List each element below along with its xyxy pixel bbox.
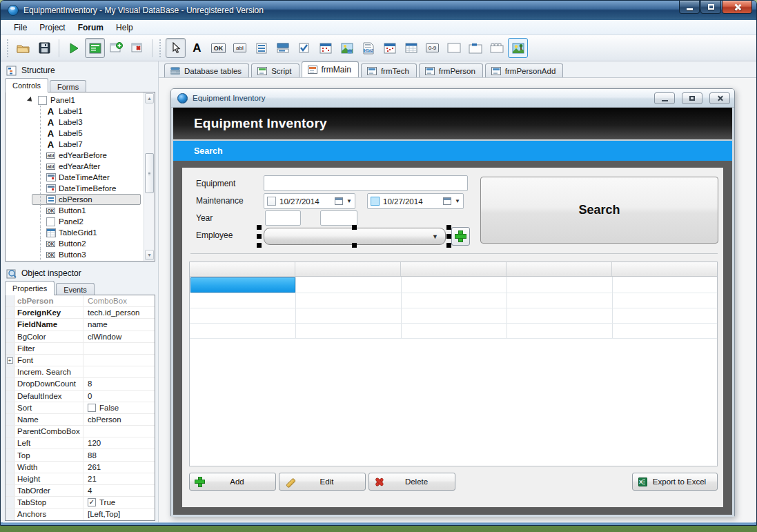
selection-handle[interactable] (446, 225, 451, 230)
export-to-excel-button[interactable]: Export to Excel (632, 473, 718, 491)
tree-item-datetimeafter[interactable]: DateTimeAfter (7, 172, 142, 183)
property-row[interactable]: Height 21 (6, 473, 155, 485)
tree-item-edyearafter[interactable]: abI edYearAfter (7, 161, 142, 172)
search-button[interactable]: Search (480, 177, 718, 244)
table-tool-button[interactable] (401, 38, 421, 58)
selection-handle[interactable] (257, 234, 262, 239)
tree-item-panel2[interactable]: Panel2 (7, 216, 142, 227)
menu-project[interactable]: Project (33, 21, 71, 35)
selection-handle[interactable] (446, 234, 451, 239)
selection-handle[interactable] (352, 225, 357, 230)
results-table-grid[interactable] (189, 262, 718, 466)
grid-header-row[interactable] (190, 262, 717, 277)
grid-header-cell[interactable] (190, 262, 295, 276)
year-before-input[interactable] (265, 210, 301, 226)
tree-item-button3[interactable]: OK Button3 (7, 249, 142, 260)
image-tool-button[interactable] (508, 38, 528, 58)
scroll-up-icon[interactable]: ▲ (145, 93, 154, 104)
property-row[interactable]: BgColor clWindow (6, 331, 155, 343)
property-row[interactable]: ParentComboBox (6, 426, 155, 437)
delete-button[interactable]: Delete (368, 473, 455, 491)
tab-frmtech[interactable]: frmTech (361, 63, 417, 77)
captionpanel-tool-button[interactable] (465, 38, 485, 58)
property-row[interactable]: DefaultIndex 0 (6, 391, 155, 402)
tab-database-tables[interactable]: Database tables (164, 63, 249, 77)
close-button[interactable] (722, 1, 752, 14)
tree-item-datetimebefore[interactable]: DateTimeBefore (7, 183, 142, 194)
calendar-tool-button[interactable] (380, 38, 400, 58)
tab-forms[interactable]: Forms (50, 80, 86, 92)
listbox-tool-button[interactable] (251, 38, 271, 58)
menu-forum[interactable]: Forum (72, 21, 110, 35)
grid-header-cell[interactable] (612, 262, 717, 276)
dbgrid-tool-button[interactable] (315, 38, 335, 58)
menu-help[interactable]: Help (110, 21, 139, 35)
grid-header-cell[interactable] (295, 262, 401, 276)
titlebar[interactable]: EquipmentInventory - My Visual DataBase … (1, 1, 756, 20)
grid-selected-cell[interactable] (190, 277, 295, 293)
tree-item-tablegrid1[interactable]: TableGrid1 (7, 227, 142, 238)
form-minimize-button[interactable] (654, 92, 675, 104)
select-tool-button[interactable] (166, 38, 186, 58)
add-employee-button[interactable] (451, 227, 470, 246)
property-row[interactable]: cbPerson ComboBox (6, 295, 155, 307)
year-after-input[interactable] (320, 210, 357, 226)
dbimage-tool-button[interactable] (337, 38, 357, 58)
menu-file[interactable]: File (8, 21, 33, 35)
new-form-button[interactable] (106, 38, 126, 58)
add-button[interactable]: Add (189, 473, 276, 491)
property-row[interactable]: Left 120 (6, 437, 155, 449)
delete-form-button[interactable] (128, 38, 148, 58)
tree-item-label3[interactable]: A Label3 (7, 117, 142, 128)
grid-header-cell[interactable] (401, 262, 507, 276)
selection-handle[interactable] (446, 243, 451, 248)
property-row-tabstop[interactable]: TabStop ✓True (6, 497, 155, 509)
save-button[interactable] (35, 38, 55, 58)
counter-tool-button[interactable]: 0-9 (422, 38, 442, 58)
tree-item-button1[interactable]: OK Button1 (7, 205, 142, 216)
expand-arrow-icon[interactable] (27, 97, 34, 104)
pagecontrol-tool-button[interactable] (486, 38, 507, 58)
form-close-button[interactable] (709, 92, 730, 104)
tree-item-label1[interactable]: A Label1 (7, 106, 142, 117)
date-picker-to[interactable]: 10/27/2014 ▼ (367, 193, 464, 209)
run-button[interactable] (63, 38, 83, 58)
dropdown-arrow-icon[interactable]: ▼ (455, 198, 460, 204)
label-tool-button[interactable]: A (187, 38, 207, 58)
scroll-down-icon[interactable]: ▼ (145, 250, 154, 260)
property-row[interactable]: Top 88 (6, 449, 155, 461)
button-tool-button[interactable]: OK (208, 38, 228, 58)
maximize-button[interactable] (700, 1, 721, 14)
selection-handle[interactable] (257, 225, 262, 230)
expand-plus-icon[interactable]: + (7, 357, 13, 364)
dropdown-arrow-icon[interactable]: ▼ (346, 198, 352, 204)
property-row[interactable]: Filter (6, 343, 155, 355)
tree-item-label5[interactable]: A Label5 (7, 128, 142, 139)
panel-tool-button[interactable] (444, 38, 464, 58)
property-row-sort[interactable]: Sort False (6, 402, 155, 414)
property-row[interactable]: DropDownCount 8 (6, 378, 155, 390)
tree-item-cbperson[interactable]: cbPerson (7, 194, 142, 205)
property-row[interactable]: Increm. Search (6, 366, 155, 378)
form-maximize-button[interactable] (682, 92, 702, 104)
date-picker-from[interactable]: 10/27/2014 ▼ (264, 193, 355, 209)
tree-scrollbar[interactable]: ▲ ▼ (144, 92, 155, 261)
tree-item-panel1[interactable]: Panel1 (7, 95, 142, 106)
scrollbar-thumb[interactable] (145, 153, 154, 193)
date-checkbox-unchecked[interactable] (267, 197, 276, 206)
grid-header-cell[interactable] (507, 262, 612, 276)
property-row[interactable]: FieldName name (6, 319, 155, 331)
open-project-button[interactable] (13, 38, 33, 58)
date-checkbox-checked[interactable] (371, 197, 380, 206)
designed-form-window[interactable]: Equipment Inventory Equipment Inventory … (170, 88, 735, 517)
edit-button[interactable]: Edit (279, 473, 366, 491)
tree-item-label7[interactable]: A Label7 (7, 139, 142, 150)
tab-script[interactable]: Script (251, 63, 299, 77)
property-row[interactable]: + Font (6, 355, 155, 366)
checkbox-tool-button[interactable] (294, 38, 314, 58)
property-row[interactable]: Name cbPerson (6, 414, 155, 426)
tree-item-button2[interactable]: OK Button2 (7, 238, 142, 249)
tab-controls[interactable]: Controls (5, 78, 48, 92)
property-row[interactable]: Anchors [Left,Top] (6, 509, 155, 520)
tab-frmpersonadd[interactable]: frmPersonAdd (485, 63, 564, 77)
